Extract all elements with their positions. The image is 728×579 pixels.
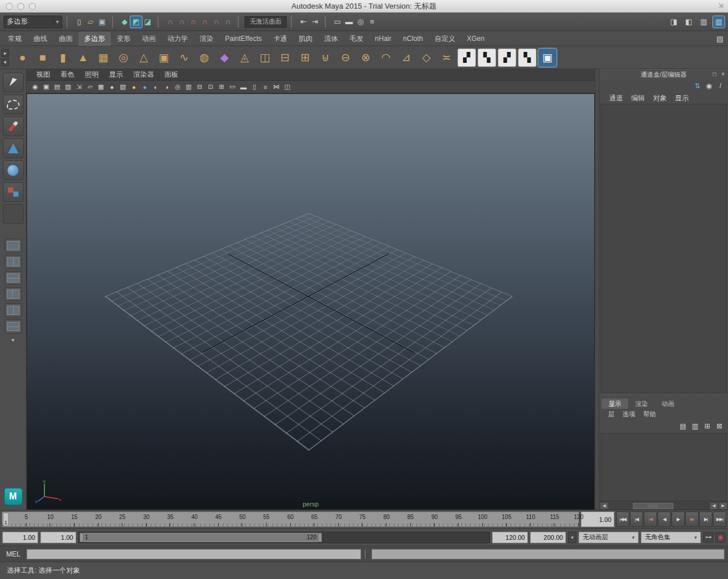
auto-keyframe-icon[interactable]: ◉	[715, 532, 726, 543]
scroll-track[interactable]	[609, 502, 709, 510]
command-splitter[interactable]	[365, 550, 368, 559]
connect-icon[interactable]: ▞	[498, 48, 516, 67]
time-slider-ruler[interactable]: 5101520253035404550556065707580859095100…	[2, 512, 579, 527]
shelf-tab[interactable]: 渲染	[194, 32, 219, 46]
snap-to-projected-center-icon[interactable]: ∩	[199, 16, 211, 28]
occlusion-icon[interactable]: ◑	[162, 82, 172, 92]
move-tool[interactable]	[3, 138, 24, 158]
shelf-tab[interactable]: 曲线	[28, 32, 53, 46]
fullscreen-icon[interactable]: ⇲	[718, 2, 723, 9]
range-handle-left[interactable]	[80, 533, 84, 542]
shelf-tab[interactable]: XGen	[461, 32, 490, 46]
grease-pencil-icon[interactable]: ▱	[85, 82, 95, 92]
poly-torus-icon[interactable]: ◎	[114, 48, 133, 67]
new-layer-from-selected-icon[interactable]: ⊠	[714, 421, 725, 431]
channel-menu[interactable]: 对象	[649, 93, 671, 103]
poly-cone-icon[interactable]: ▲	[74, 48, 92, 67]
bevel-icon[interactable]: ◇	[417, 48, 436, 67]
anim-layer-dropdown[interactable]: 无动画层 ▾	[579, 532, 639, 543]
key-ticks-icon[interactable]: ⊶	[703, 532, 714, 543]
panel-menu[interactable]: 视图	[31, 70, 55, 80]
snap-to-point-icon[interactable]: ∩	[187, 16, 199, 28]
layer-tab[interactable]: 显示	[602, 398, 628, 409]
panel-menu[interactable]: 着色	[55, 70, 80, 80]
input-connections-icon[interactable]: ⇤	[298, 16, 309, 28]
animation-start-field[interactable]	[2, 532, 38, 543]
new-layer-icon[interactable]: ⊞	[702, 421, 712, 431]
gate-mask-icon[interactable]: ▬	[238, 82, 249, 92]
channel-mode-icon[interactable]: /	[715, 81, 726, 91]
motion-blur-icon[interactable]: ◎	[172, 82, 183, 92]
camera-attributes-icon[interactable]: ▣	[41, 82, 51, 92]
rotate-tool[interactable]	[3, 160, 24, 180]
ipr-render-icon[interactable]: ◎	[355, 16, 366, 28]
show-channel-box-icon[interactable]: ▥	[713, 16, 725, 28]
shelf-menu-icon[interactable]: ▾	[1, 58, 9, 66]
snap-to-curve-icon[interactable]: ∩	[176, 16, 187, 28]
separate-icon[interactable]: ⊟	[276, 48, 294, 67]
current-frame-marker[interactable]: 1	[3, 513, 9, 526]
go-to-end-button[interactable]: ▶▶|	[713, 512, 726, 527]
render-current-frame-icon[interactable]: ▬	[343, 16, 355, 28]
extract-icon[interactable]: ⊞	[296, 48, 314, 67]
use-all-lights-icon[interactable]: ●	[129, 82, 139, 92]
modeling-toolkit-icon[interactable]: ▣	[538, 48, 557, 67]
shelf-tab[interactable]: 曲面	[53, 32, 78, 46]
shelf-tab[interactable]: 变形	[111, 32, 136, 46]
divider[interactable]	[112, 16, 115, 28]
shelf-tabs-toggle-icon[interactable]: ▸	[1, 49, 9, 57]
range-handle-right[interactable]	[318, 533, 322, 542]
menu-set-dropdown[interactable]: 多边形 ▾	[3, 16, 62, 28]
title-bar[interactable]: Autodesk Maya 2015 - Trial Version: 无标题 …	[0, 0, 728, 13]
paint-select-tool[interactable]	[3, 116, 24, 136]
film-gate-icon[interactable]: ▯	[249, 82, 260, 92]
shelf-tab[interactable]: PaintEffects	[219, 32, 268, 46]
playback-options-chevron[interactable]: ▾	[568, 532, 576, 543]
divider[interactable]	[157, 16, 160, 28]
boolean-intersection-icon[interactable]: ⊗	[357, 48, 375, 67]
shadows-icon[interactable]: ◐	[151, 82, 161, 92]
panel-menu[interactable]: 渲染器	[128, 70, 159, 80]
empty-layer-icon[interactable]: ▥	[690, 421, 700, 431]
layer-tab[interactable]: 动画	[655, 398, 681, 409]
multi-cut-icon[interactable]: ▞	[457, 48, 476, 67]
channel-menu[interactable]: 通道	[605, 93, 627, 103]
divider[interactable]	[291, 16, 294, 28]
select-component-icon[interactable]: ◪	[142, 16, 153, 28]
sculpt-geometry-icon[interactable]: ◬	[235, 48, 254, 67]
poly-helix-icon[interactable]: ∿	[175, 48, 193, 67]
channel-menu[interactable]: 编辑	[627, 93, 649, 103]
layout-pane-graph[interactable]	[5, 303, 22, 317]
layer-editor-grip[interactable]	[599, 393, 728, 397]
quad-draw-icon[interactable]: ▚	[518, 48, 536, 67]
bridge-icon[interactable]: ≍	[437, 48, 456, 67]
poly-plane-icon[interactable]: ▦	[94, 48, 112, 67]
field-chart-icon[interactable]: ⊞	[216, 82, 227, 92]
layer-menu[interactable]: 层	[604, 410, 618, 419]
poly-sphere-icon[interactable]: ●	[13, 48, 32, 67]
toggle-attribute-editor-icon[interactable]: ◨	[668, 16, 680, 28]
panel-menu[interactable]: 显示	[104, 70, 128, 80]
poly-prism-icon[interactable]: △	[134, 48, 153, 67]
divider[interactable]	[66, 16, 69, 28]
shelf-tab[interactable]: 动画	[136, 32, 162, 46]
hud-icon[interactable]: ≡	[260, 82, 271, 92]
extrude-icon[interactable]: ⊿	[397, 48, 415, 67]
snap-to-view-plane-icon[interactable]: ∩	[211, 16, 222, 28]
target-weld-icon[interactable]: ▚	[478, 48, 496, 67]
mel-toggle-button[interactable]: MEL	[3, 550, 23, 558]
make-live-icon[interactable]: ∩	[222, 16, 234, 28]
range-track[interactable]: 1 120	[78, 532, 490, 543]
divider[interactable]	[325, 16, 328, 28]
image-plane-icon[interactable]: ▨	[63, 82, 73, 92]
default-lighting-icon[interactable]: ●	[140, 82, 150, 92]
live-surface-field[interactable]: 无激活曲面	[245, 16, 287, 28]
channel-manip-icon[interactable]: ⇅	[692, 81, 703, 91]
scale-tool[interactable]	[3, 182, 24, 202]
layout-single-pane[interactable]	[5, 239, 22, 253]
step-back-key-button[interactable]: |◀	[644, 512, 657, 527]
combine-icon[interactable]: ◫	[256, 48, 274, 67]
layer-menu[interactable]: 选项	[618, 410, 639, 419]
poly-cylinder-icon[interactable]: ▮	[54, 48, 72, 67]
render-settings-icon[interactable]: ≡	[366, 16, 378, 28]
